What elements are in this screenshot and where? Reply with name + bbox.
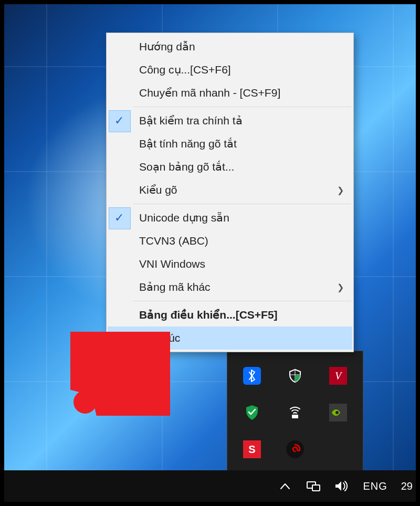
v-letter: V [335, 370, 341, 382]
windows-security-icon[interactable] [286, 367, 304, 385]
show-hidden-icons-button[interactable] [278, 479, 292, 493]
menu-label: Bật tính năng gõ tắt [139, 138, 237, 150]
s-letter: S [248, 444, 255, 456]
garena-icon[interactable] [286, 440, 304, 458]
snagit-icon[interactable]: S [243, 440, 261, 458]
menu-item-ket-thuc[interactable]: Kết thúc [108, 326, 352, 350]
system-tray-popup[interactable]: V S [227, 351, 363, 472]
language-indicator[interactable]: ENG [363, 480, 387, 492]
network-adapter-icon[interactable] [286, 404, 304, 421]
menu-item-bat-kiem-tra-chinh-ta[interactable]: ✓ Bật kiểm tra chính tả [108, 109, 352, 132]
menu-separator [133, 301, 351, 301]
menu-separator [133, 107, 351, 107]
menu-label: Chuyển mã nhanh - [CS+F9] [139, 87, 280, 99]
menu-label: Kết thúc [139, 332, 180, 344]
menu-separator [133, 204, 351, 204]
check-icon: ✓ [108, 109, 131, 132]
menu-label: Bật kiểm tra chính tả [139, 114, 243, 127]
menu-item-soan-bang-go-tat[interactable]: Soạn bảng gõ tắt... [108, 155, 352, 178]
unikey-context-menu: Hướng dẫn Công cụ...[CS+F6] Chuyển mã nh… [106, 33, 354, 352]
time-text: 29 [401, 480, 413, 492]
menu-item-bang-dieu-khien[interactable]: Bảng điều khiển...[CS+F5] [108, 303, 352, 326]
antivirus-shield-icon[interactable] [243, 404, 261, 421]
menu-item-huong-dan[interactable]: Hướng dẫn [108, 35, 352, 58]
menu-item-vni-windows[interactable]: VNI Windows [108, 252, 352, 276]
svg-rect-6 [312, 485, 320, 491]
clock-date[interactable]: 29 [401, 480, 413, 492]
menu-label: Hướng dẫn [139, 40, 195, 53]
submenu-arrow-icon: ❯ [337, 276, 344, 299]
network-status-icon[interactable] [306, 479, 321, 493]
check-icon: ✓ [108, 206, 131, 229]
menu-label: Unicode dựng sẵn [139, 212, 229, 224]
menu-item-bang-ma-khac[interactable]: Bảng mã khác ❯ [108, 276, 352, 299]
taskbar: ENG 29 [4, 470, 416, 502]
nvidia-icon[interactable] [329, 404, 347, 421]
unikey-v-icon[interactable]: V [329, 367, 347, 385]
menu-label: Bảng điều khiển...[CS+F5] [139, 309, 278, 321]
volume-icon[interactable] [334, 479, 349, 493]
menu-item-bat-tinh-nang-go-tat[interactable]: Bật tính năng gõ tắt [108, 132, 352, 155]
svg-rect-0 [292, 415, 298, 418]
menu-item-unicode-dung-san[interactable]: ✓ Unicode dựng sẵn [108, 206, 352, 229]
bluetooth-icon[interactable] [243, 367, 261, 385]
menu-label: Soạn bảng gõ tắt... [139, 161, 234, 173]
menu-label: VNI Windows [139, 258, 205, 270]
menu-label: Công cụ...[CS+F6] [139, 64, 231, 76]
menu-item-cong-cu[interactable]: Công cụ...[CS+F6] [108, 58, 352, 81]
menu-item-kieu-go[interactable]: Kiểu gõ ❯ [108, 178, 352, 202]
submenu-arrow-icon: ❯ [337, 178, 344, 202]
svg-point-1 [335, 411, 339, 414]
language-text: ENG [363, 480, 387, 492]
screenshot-frame: V S Hướng dẫn Công cụ...[CS+F6] Chuyển m… [0, 0, 420, 506]
menu-item-tcvn3[interactable]: TCVN3 (ABC) [108, 229, 352, 252]
menu-item-chuyen-ma-nhanh[interactable]: Chuyển mã nhanh - [CS+F9] [108, 81, 352, 104]
menu-label: Bảng mã khác [139, 281, 211, 293]
menu-label: TCVN3 (ABC) [139, 235, 208, 247]
menu-label: Kiểu gõ [139, 184, 177, 196]
